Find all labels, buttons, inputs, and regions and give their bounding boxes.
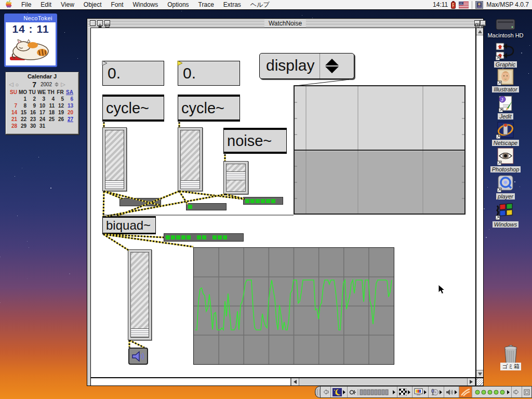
us-flag-icon[interactable] <box>459 2 469 8</box>
menubar-item-Edit[interactable]: Edit <box>36 1 56 8</box>
calendar-day[interactable]: 3 <box>37 96 46 102</box>
slider-freq-2[interactable] <box>178 127 203 191</box>
calendar-day[interactable]: 18 <box>46 109 56 116</box>
calendar-day[interactable]: 28 <box>9 123 18 129</box>
biquad-object[interactable]: biquad~ <box>102 216 156 234</box>
expand-arrow-module[interactable] <box>512 387 522 397</box>
close-box[interactable] <box>90 20 96 26</box>
sound-input-module[interactable] <box>429 387 444 397</box>
calendar-day[interactable]: 15 <box>18 109 28 116</box>
cycle-object-1[interactable]: cycle~ <box>102 95 164 122</box>
dac-speaker-button[interactable] <box>128 348 148 365</box>
prev-month-icon[interactable]: ◁ <box>9 81 13 88</box>
calendar-day[interactable]: 1 <box>18 96 28 102</box>
calendar-day[interactable]: 5 <box>56 96 65 102</box>
calendar-day[interactable]: 22 <box>18 116 28 123</box>
apple-menu-icon[interactable] <box>0 0 17 10</box>
sound-output-module[interactable] <box>444 387 459 397</box>
menubar-item-Font[interactable]: Font <box>107 1 128 8</box>
trash-icon[interactable]: ゴミ箱 <box>493 345 529 370</box>
calendar-day[interactable]: 13 <box>65 102 74 109</box>
zoom-box[interactable] <box>474 20 480 26</box>
next-month-icon[interactable]: ▷ <box>61 81 65 88</box>
vertical-scrollbar[interactable] <box>476 28 484 378</box>
calendar-day[interactable]: 16 <box>28 109 37 116</box>
max-app-icon[interactable] <box>475 1 483 9</box>
lock-button[interactable] <box>97 20 103 26</box>
menubar-item-Extras[interactable]: Extras <box>219 1 246 8</box>
calendar-window[interactable]: Calendar J ◁ ○ 7 2002 ▷ SUMOTUWETHFRSA 1… <box>5 72 79 135</box>
calendar-day[interactable]: 17 <box>37 109 46 116</box>
calendar-day[interactable]: 23 <box>28 116 37 123</box>
desktop-icon-macintosh-hd[interactable]: Macintosh HD <box>481 18 530 38</box>
calendar-day[interactable]: 29 <box>18 123 28 129</box>
desktop-icon-jedit[interactable]: J Jedit <box>481 95 530 119</box>
patcher-canvas[interactable]: 0. 0. cycle~ cycle~ noise~ biquad~ displ… <box>90 28 476 378</box>
number-box-1[interactable]: 0. <box>102 61 164 86</box>
menubar-item-Options[interactable]: Options <box>163 1 193 8</box>
palette-button[interactable] <box>104 20 110 26</box>
calendar-day[interactable]: 20 <box>65 109 74 116</box>
patcher-title-bar[interactable]: WatchNoise <box>88 19 483 28</box>
battery-level-module[interactable] <box>472 387 512 397</box>
sound-volume-module[interactable] <box>348 387 397 397</box>
energy-saver-module[interactable] <box>331 387 348 397</box>
active-app-name[interactable]: Max/MSP 4.0.7 <box>486 1 529 8</box>
scroll-down-arrow[interactable] <box>476 370 483 377</box>
today-circle-icon[interactable]: ○ <box>15 82 19 88</box>
desktop-icon-photoshop[interactable]: Photoshop <box>481 148 530 172</box>
desktop-icon-windows[interactable]: Windows <box>481 202 530 228</box>
desktop-icon-graphic[interactable]: Graphic <box>481 43 530 68</box>
horizontal-scroll-track[interactable] <box>299 378 467 385</box>
calendar-day[interactable]: 26 <box>56 116 65 123</box>
calendar-day[interactable]: 21 <box>9 116 18 123</box>
slider-noise-gain[interactable] <box>223 161 248 194</box>
calendar-day[interactable]: 2 <box>28 96 37 102</box>
end-cap-module[interactable] <box>522 387 531 397</box>
collapse-box[interactable] <box>480 20 486 26</box>
scroll-left-arrow[interactable] <box>291 378 299 385</box>
monitor-resolution-module[interactable] <box>397 387 413 397</box>
oscilloscope[interactable] <box>193 247 394 365</box>
calendar-day[interactable]: 8 <box>18 102 28 109</box>
desktop-icon-player[interactable]: player <box>481 175 530 200</box>
menubar-item-File[interactable]: File <box>17 1 36 8</box>
menubar-item-View[interactable]: View <box>56 1 79 8</box>
calendar-day[interactable]: 24 <box>37 116 46 123</box>
calendar-day[interactable]: 30 <box>28 123 37 129</box>
calendar-day[interactable]: 11 <box>46 102 56 109</box>
calendar-day[interactable]: 14 <box>9 109 18 116</box>
scroll-up-arrow[interactable] <box>476 28 483 35</box>
calendar-day[interactable]: 6 <box>65 96 74 102</box>
scroll-right-arrow[interactable] <box>467 378 475 385</box>
calendar-day[interactable]: 4 <box>46 96 56 102</box>
display-popup-menu[interactable]: display <box>259 53 354 79</box>
desktop-icon-netscape[interactable]: Netscape <box>481 121 530 146</box>
calendar-day[interactable]: 9 <box>28 102 37 109</box>
menubar-item-ヘルプ[interactable]: ヘルプ <box>246 1 274 8</box>
calendar-day[interactable]: 31 <box>37 123 46 129</box>
cycle-object-2[interactable]: cycle~ <box>178 95 240 122</box>
calendar-day[interactable]: 10 <box>37 102 46 109</box>
menubar-item-Object[interactable]: Object <box>79 1 107 8</box>
calendar-day[interactable]: 19 <box>56 109 65 116</box>
collapse-arrow-module[interactable] <box>321 387 331 397</box>
number-box-2[interactable]: 0. <box>178 61 240 86</box>
network-signal-module[interactable] <box>459 387 472 397</box>
desktop-icon-illustrator[interactable]: Illustrator <box>481 69 530 92</box>
necotokei-window[interactable]: NecoTokei 14 : 11 <box>4 14 57 67</box>
menu-clock[interactable]: 14:11 <box>433 1 448 8</box>
year-stepper[interactable] <box>55 82 59 87</box>
calendar-day[interactable]: 7 <box>9 102 18 109</box>
menubar-item-Trace[interactable]: Trace <box>194 1 219 8</box>
slider-freq-1[interactable] <box>102 127 127 191</box>
calendar-day[interactable]: 12 <box>56 102 65 109</box>
control-strip[interactable] <box>315 386 532 398</box>
menubar-item-Windows[interactable]: Windows <box>128 1 163 8</box>
window-resize-grip[interactable] <box>476 378 484 386</box>
slider-output-gain[interactable] <box>128 249 152 340</box>
color-depth-module[interactable] <box>413 387 429 397</box>
calendar-day[interactable]: 25 <box>46 116 56 123</box>
spectrogram-display[interactable] <box>294 85 466 215</box>
patcher-window[interactable]: WatchNoise 0. 0. cycle~ cycle~ noise~ bi… <box>87 18 484 386</box>
